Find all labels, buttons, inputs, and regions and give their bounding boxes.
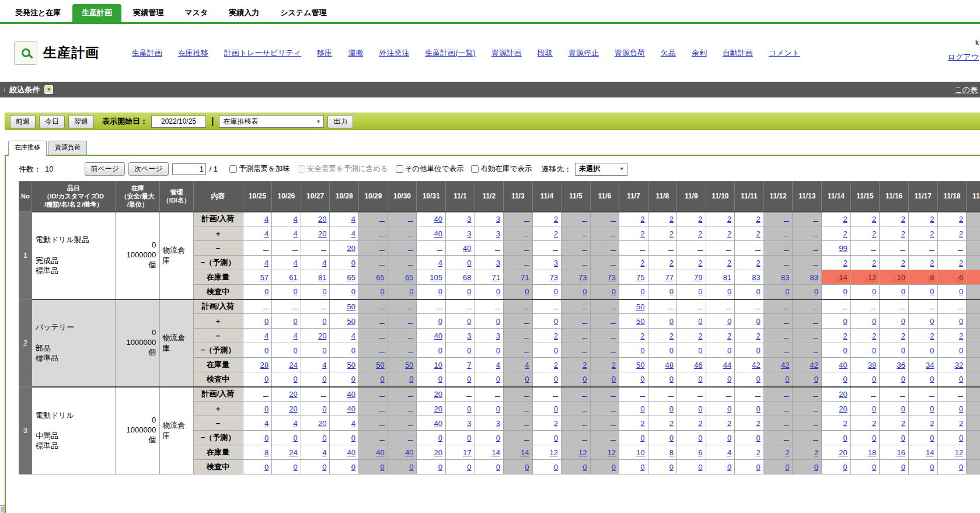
cell-link[interactable]: 3 <box>467 229 471 238</box>
cell-link[interactable]: 2 <box>554 331 558 340</box>
cell-link[interactable]: 2 <box>669 215 674 224</box>
blank-cell-link[interactable] <box>379 337 385 338</box>
blank-cell-link[interactable] <box>813 220 818 222</box>
blank-cell-link[interactable] <box>784 351 789 353</box>
cell-link[interactable]: 0 <box>901 434 905 442</box>
blank-cell-link[interactable] <box>263 249 268 251</box>
blank-cell-link[interactable] <box>697 308 703 309</box>
blank-cell-link[interactable] <box>582 322 587 324</box>
cell-link[interactable]: 10 <box>434 361 442 369</box>
cell-link[interactable]: 2 <box>669 419 674 428</box>
cell-link[interactable]: 2 <box>698 331 702 340</box>
cell-link[interactable]: 12 <box>608 448 616 457</box>
cell-link[interactable]: 77 <box>665 273 674 282</box>
header-link-3[interactable]: 移庫 <box>317 48 332 58</box>
cell-link[interactable]: 2 <box>727 331 731 340</box>
cell-link[interactable]: 0 <box>756 434 761 442</box>
blank-cell-link[interactable] <box>408 395 413 397</box>
cell-link[interactable]: 2 <box>669 259 674 267</box>
blank-cell-link[interactable] <box>813 249 818 251</box>
cell-link[interactable]: 50 <box>405 361 413 369</box>
cell-link[interactable]: 2 <box>959 215 963 224</box>
checkbox-option-2[interactable]: その他単位で表示 <box>396 164 464 174</box>
header-link-5[interactable]: 外注発注 <box>379 48 409 58</box>
cell-link[interactable]: 3 <box>496 229 500 238</box>
blank-cell-link[interactable] <box>408 308 413 309</box>
cell-link[interactable]: 40 <box>347 404 355 413</box>
cell-link[interactable]: 0 <box>901 463 905 472</box>
cell-link[interactable]: 20 <box>839 390 847 399</box>
cell-link[interactable]: 7 <box>467 361 471 369</box>
cell-link[interactable]: 2 <box>814 448 818 457</box>
cell-link[interactable]: 0 <box>901 317 905 326</box>
cell-link[interactable]: 24 <box>289 361 297 369</box>
cell-link[interactable]: 0 <box>930 317 934 326</box>
cell-link[interactable]: 50 <box>636 302 644 311</box>
cell-link[interactable]: 2 <box>901 419 905 428</box>
cell-link[interactable]: 2 <box>669 331 674 340</box>
cell-link[interactable]: 0 <box>409 375 413 383</box>
cell-link[interactable]: 0 <box>525 375 529 383</box>
cell-link[interactable]: 4 <box>264 331 268 340</box>
cell-link[interactable]: 50 <box>636 317 644 326</box>
cell-link[interactable]: 17 <box>463 448 471 457</box>
header-link-4[interactable]: 運搬 <box>348 48 363 58</box>
cell-link[interactable]: 50 <box>347 302 355 311</box>
blank-cell-link[interactable] <box>611 235 616 236</box>
cell-link[interactable]: 2 <box>640 215 644 224</box>
cell-link[interactable]: 0 <box>669 463 674 472</box>
blank-cell-link[interactable] <box>784 308 789 309</box>
cell-link[interactable]: 2 <box>554 361 558 369</box>
cell-link[interactable]: 20 <box>434 404 442 413</box>
cell-link[interactable]: 0 <box>380 463 384 472</box>
cell-link[interactable]: 0 <box>351 287 355 296</box>
cell-link[interactable]: 2 <box>640 229 644 238</box>
blank-cell-link[interactable] <box>437 308 442 309</box>
cell-link[interactable]: 34 <box>926 361 934 369</box>
blank-cell-link[interactable] <box>784 220 789 222</box>
view-tab-1[interactable]: 資源負荷 <box>48 141 87 155</box>
cell-link[interactable]: 0 <box>727 346 731 355</box>
cell-link[interactable]: 2 <box>640 419 644 428</box>
blank-cell-link[interactable] <box>495 249 500 251</box>
cell-link[interactable]: 4 <box>294 419 298 428</box>
cell-link[interactable]: 8 <box>264 448 268 457</box>
cell-link[interactable]: 42 <box>810 361 818 369</box>
cell-link[interactable]: 3 <box>467 331 471 340</box>
header-link-6[interactable]: 生産計画(一覧) <box>425 48 476 58</box>
blank-cell-link[interactable] <box>263 395 268 397</box>
cell-link[interactable]: 4 <box>294 215 298 224</box>
cell-link[interactable]: 0 <box>264 346 268 355</box>
blank-cell-link[interactable] <box>755 308 761 309</box>
cell-link[interactable]: 2 <box>669 229 674 238</box>
header-link-9[interactable]: 資源停止 <box>569 48 599 58</box>
blank-cell-link[interactable] <box>668 308 674 309</box>
blank-cell-link[interactable] <box>813 235 818 236</box>
cell-link[interactable]: 2 <box>930 419 934 428</box>
blank-cell-link[interactable] <box>524 395 529 397</box>
cell-link[interactable]: 16 <box>897 448 905 457</box>
cell-link[interactable]: 0 <box>930 434 934 442</box>
blank-cell-link[interactable] <box>408 337 413 338</box>
cell-link[interactable]: 2 <box>872 331 876 340</box>
cell-link[interactable]: 0 <box>872 434 876 442</box>
cell-link[interactable]: 40 <box>347 390 355 399</box>
cell-link[interactable]: 4 <box>264 215 268 224</box>
blank-cell-link[interactable] <box>582 410 587 411</box>
cell-link[interactable]: 2 <box>843 259 847 267</box>
cell-link[interactable]: 40 <box>434 215 442 224</box>
cell-link[interactable]: 32 <box>955 361 963 369</box>
cell-link[interactable]: 50 <box>636 361 644 369</box>
cell-link[interactable]: 0 <box>294 317 298 326</box>
blank-cell-link[interactable] <box>611 249 616 251</box>
blank-cell-link[interactable] <box>524 439 529 441</box>
blank-cell-link[interactable] <box>553 308 558 309</box>
blank-cell-link[interactable] <box>611 395 616 397</box>
blank-cell-link[interactable] <box>379 395 385 397</box>
cell-link[interactable]: 0 <box>669 434 674 442</box>
cell-link[interactable]: 2 <box>583 361 587 369</box>
cell-link[interactable]: 4 <box>322 361 326 369</box>
cell-link[interactable]: 2 <box>930 215 934 224</box>
cell-link[interactable]: 4 <box>351 215 355 224</box>
cell-link[interactable]: 4 <box>322 448 326 457</box>
